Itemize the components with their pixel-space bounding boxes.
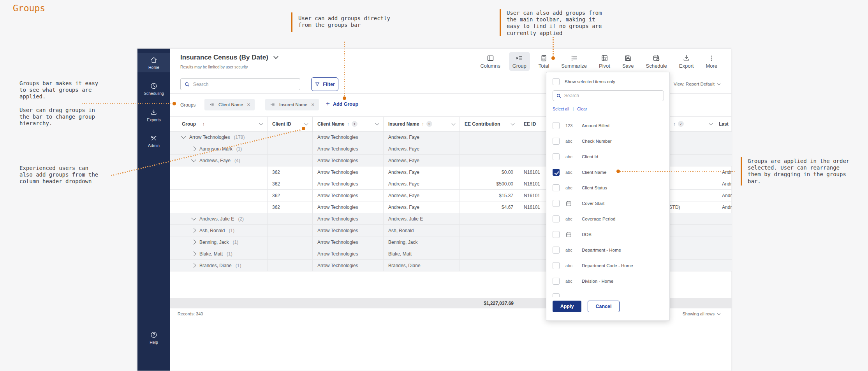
remove-chip-icon[interactable]: × (311, 102, 314, 108)
toolbar-group-button[interactable]: Group (509, 52, 530, 71)
cell-ee-contribution (460, 225, 519, 236)
toolbar-columns-button[interactable]: Columns (477, 52, 504, 71)
toolbar-more-button[interactable]: More (702, 52, 721, 71)
cell-client-name: Arrow Technologies (313, 248, 384, 260)
field-option[interactable]: Cover Start (546, 196, 669, 211)
records-count: Records: 340 (178, 312, 203, 316)
checkbox[interactable] (553, 231, 560, 238)
sidebar-item-exports[interactable]: Exports (137, 105, 170, 125)
search-icon (184, 81, 190, 88)
report-title[interactable]: Insurance Census (By Date) (180, 54, 278, 61)
cell-insured-name: Ash, Ronald (384, 225, 460, 236)
checkbox[interactable] (553, 184, 560, 191)
sidebar-item-help[interactable]: Help (137, 328, 170, 347)
column-header-insured-name[interactable]: Insured Name↑2 (384, 117, 460, 131)
checkbox[interactable] (553, 262, 560, 269)
panel-search-input[interactable] (564, 93, 660, 98)
group-name: Brandes, Diane (199, 263, 232, 268)
toolbar-export-button[interactable]: Export (676, 52, 697, 71)
checkbox[interactable] (553, 153, 560, 160)
checkbox[interactable] (553, 78, 560, 85)
remove-chip-icon[interactable]: × (247, 102, 250, 108)
cell-ee-contribution (460, 213, 519, 225)
funnel-icon (315, 82, 320, 87)
expander-icon[interactable] (191, 228, 196, 233)
calendar-icon (565, 200, 577, 207)
expander-icon[interactable] (191, 146, 196, 151)
field-option[interactable]: abc Department - Home (546, 242, 669, 258)
toolbar-schedule-button[interactable]: Schedule (643, 52, 671, 71)
column-header-ee-contribution[interactable]: EE Contribution (460, 117, 519, 131)
view-selector[interactable]: View: Report Default (674, 82, 720, 86)
field-option[interactable] (546, 289, 669, 297)
add-group-button[interactable]: +Add Group (326, 101, 358, 108)
column-header-last[interactable]: Last (717, 117, 732, 131)
column-header-client-id[interactable]: Client ID (268, 117, 313, 131)
group-icon (515, 54, 523, 62)
sidebar-item-admin[interactable]: Admin (137, 131, 170, 150)
field-label: Department - Home (582, 248, 621, 252)
chevron-down-icon[interactable] (511, 121, 515, 125)
chevron-down-icon[interactable] (375, 121, 379, 125)
total-ee-contribution: $1,227,037.69 (460, 298, 519, 308)
expander-icon[interactable] (191, 215, 196, 220)
sort-order-badge: 1 (352, 121, 357, 127)
field-option[interactable]: abc Department Code - Home (546, 258, 669, 273)
checkbox[interactable] (553, 293, 560, 297)
expander-icon[interactable] (181, 134, 186, 139)
showing-rows-selector[interactable]: Showing all rows (682, 312, 720, 316)
report-header: Insurance Census (By Date) Results may b… (170, 49, 732, 74)
field-option[interactable]: abc Client Status (546, 180, 669, 196)
field-option[interactable]: abc Coverage Period (546, 211, 669, 227)
search-input[interactable] (193, 82, 296, 87)
sidebar-item-scheduling[interactable]: Scheduling (137, 79, 170, 98)
expander-icon[interactable] (191, 263, 196, 268)
checkbox[interactable] (553, 200, 560, 207)
cell-client-id (268, 213, 313, 225)
panel-actions: Apply Cancel (553, 301, 620, 312)
cell-group: Benning, Jack (1) (170, 236, 268, 248)
cell-group: Brandes, Diane (1) (170, 260, 268, 271)
chevron-down-icon[interactable] (305, 121, 308, 125)
apply-button[interactable]: Apply (553, 301, 581, 312)
checkbox[interactable] (553, 169, 560, 176)
group-count: (1) (232, 240, 238, 245)
expander-icon[interactable] (191, 240, 196, 245)
checkbox[interactable] (553, 138, 560, 145)
export-icon (682, 54, 690, 62)
select-all-link[interactable]: Select all (553, 107, 569, 111)
group-chip-insured-name[interactable]: Insured Name × (265, 99, 319, 110)
field-option[interactable]: abc Client Id (546, 149, 669, 164)
cancel-button[interactable]: Cancel (588, 301, 620, 312)
toolbar-save-button[interactable]: Save (619, 52, 637, 71)
chevron-down-icon[interactable] (273, 54, 278, 59)
expander-icon[interactable] (191, 157, 196, 162)
chevron-down-icon[interactable] (259, 121, 263, 125)
checkbox[interactable] (553, 122, 560, 129)
checkbox[interactable] (553, 215, 560, 222)
group-chip-client-name[interactable]: Client Name × (204, 99, 255, 110)
sidebar-item-home[interactable]: Home (137, 53, 170, 72)
checkbox[interactable] (553, 278, 560, 285)
chevron-down-icon[interactable] (709, 121, 713, 125)
column-header-group[interactable]: Group↑ (170, 117, 268, 131)
field-option[interactable]: 123 Amount Billed (546, 118, 669, 133)
field-option[interactable]: abc Client Name (546, 164, 669, 180)
toolbar-pivot-button[interactable]: Pivot (595, 52, 614, 71)
toolbar-total-button[interactable]: Total (535, 52, 553, 71)
toolbar-summarize-button[interactable]: Summarize (558, 52, 590, 71)
field-option[interactable]: abc Division - Home (546, 273, 669, 289)
filter-button[interactable]: Filter (311, 77, 338, 91)
design-canvas: Groups User can add groups directly from… (0, 0, 868, 371)
clear-link[interactable]: Clear (577, 107, 587, 111)
panel-search-box (553, 90, 664, 101)
field-option[interactable]: abc Check Number (546, 133, 669, 149)
expander-icon[interactable] (191, 251, 196, 256)
show-selected-toggle[interactable]: Show selected items only (553, 78, 615, 85)
cell-last (717, 155, 732, 166)
connector-line (344, 42, 345, 96)
chevron-down-icon[interactable] (452, 121, 456, 125)
column-header-client-name[interactable]: Client Name↑1 (313, 117, 384, 131)
field-option[interactable]: DOB (546, 227, 669, 242)
checkbox[interactable] (553, 247, 560, 254)
